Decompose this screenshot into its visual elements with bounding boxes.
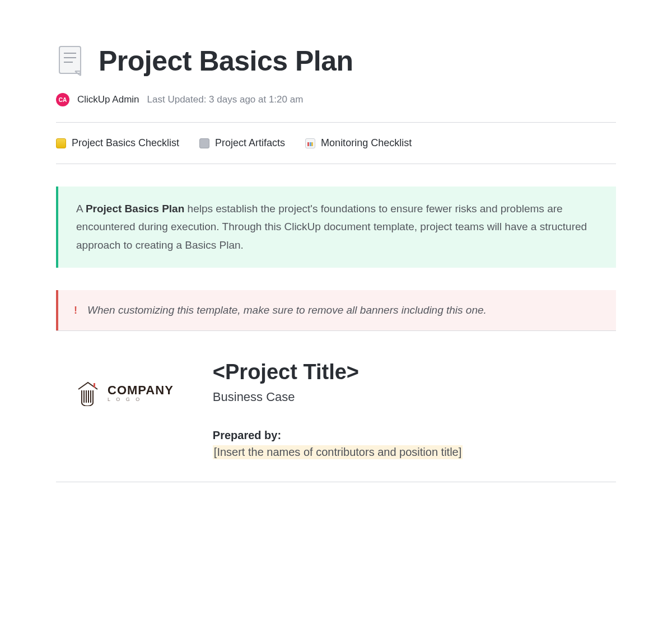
intro-text-prefix: A (76, 203, 86, 215)
intro-callout: A Project Basics Plan helps establish th… (56, 187, 616, 268)
artifacts-icon (199, 138, 209, 148)
chart-icon (305, 138, 315, 148)
project-subtitle: Business Case (213, 390, 616, 404)
page-title: Project Basics Plan (99, 45, 353, 77)
tab-label: Project Artifacts (215, 137, 285, 149)
intro-text-strong: Project Basics Plan (86, 203, 184, 215)
divider (56, 482, 616, 482)
tab-project-basics-checklist[interactable]: Project Basics Checklist (56, 137, 179, 149)
svg-rect-0 (59, 46, 81, 73)
project-title[interactable]: <Project Title> (213, 360, 616, 384)
tab-monitoring-checklist[interactable]: Monitoring Checklist (305, 137, 412, 149)
tab-project-artifacts[interactable]: Project Artifacts (199, 137, 285, 149)
warning-icon: ! (74, 302, 77, 319)
prepared-by-placeholder[interactable]: [Insert the names of contributors and po… (213, 445, 463, 459)
tab-label: Monitoring Checklist (321, 137, 412, 149)
company-logo-text: COMPANY (108, 384, 174, 397)
meta-row: CA ClickUp Admin Last Updated: 3 days ag… (56, 93, 616, 106)
svg-rect-4 (94, 383, 95, 388)
author-name[interactable]: ClickUp Admin (77, 94, 139, 105)
prepared-by-label: Prepared by: (213, 429, 616, 442)
warning-callout: ! When customizing this template, make s… (56, 290, 616, 330)
last-updated: Last Updated: 3 days ago at 1:20 am (147, 94, 304, 105)
document-icon (56, 45, 85, 77)
tabs-row: Project Basics Checklist Project Artifac… (56, 123, 616, 164)
notebook-icon (56, 138, 66, 148)
author-avatar[interactable]: CA (56, 93, 69, 106)
project-info: <Project Title> Business Case Prepared b… (213, 360, 616, 459)
company-logo-icon (75, 380, 101, 406)
company-logo-subtext: L O G O (108, 397, 174, 402)
project-block: COMPANY L O G O <Project Title> Business… (56, 331, 616, 482)
title-row: Project Basics Plan (56, 45, 616, 77)
company-logo-text-wrap: COMPANY L O G O (108, 384, 174, 402)
tab-label: Project Basics Checklist (72, 137, 179, 149)
warning-text: When customizing this template, make sur… (87, 301, 487, 319)
company-logo: COMPANY L O G O (75, 360, 174, 406)
divider (56, 164, 616, 164)
